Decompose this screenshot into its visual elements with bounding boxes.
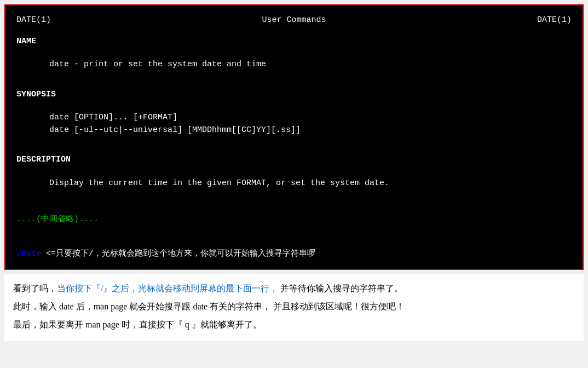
search-line: /date <=只要按下/，光标就会跑到这个地方来，你就可以开始输入搜寻字符串啰 (16, 248, 572, 261)
explanation-line2: 此时，输入 date 后，man page 就会开始搜寻跟 date 有关的字符… (13, 299, 575, 315)
search-hint: <=只要按下/，光标就会跑到这个地方来，你就可以开始输入搜寻字符串啰 (41, 249, 315, 258)
header-right: DATE(1) (537, 14, 572, 27)
name-section: NAME date - print or set the system date… (16, 36, 572, 71)
explanation-section: 看到了吗，当你按下『/』之后，光标就会移动到屏幕的最下面一行， 并等待你输入搜寻… (4, 274, 584, 341)
synopsis-section: SYNOPSIS date [OPTION]... [+FORMAT] date… (16, 89, 572, 137)
description-section: DESCRIPTION Display the current time in … (16, 154, 572, 189)
header-left: DATE(1) (16, 14, 51, 27)
line1-part2: 并等待你输入搜寻的字符串了。 (278, 284, 403, 293)
terminal-header: DATE(1) User Commands DATE(1) (16, 14, 572, 27)
explanation-line1: 看到了吗，当你按下『/』之后，光标就会移动到屏幕的最下面一行， 并等待你输入搜寻… (13, 281, 575, 297)
omission-line: ....(中间省略).... (16, 214, 572, 226)
description-content: Display the current time in the given FO… (16, 177, 572, 190)
header-center: User Commands (262, 14, 326, 27)
name-content: date - print or set the system date and … (16, 59, 572, 71)
line1-part1: 看到了吗， (13, 284, 57, 293)
line2-part1: 此时，输入 date 后，man page 就会开始搜寻跟 date 有关的字符… (13, 302, 271, 311)
explanation-line3: 最后，如果要离开 man page 时，直接按下『 q 』就能够离开了。 (13, 317, 575, 333)
synopsis-line2: date [-ul--utc|--universal] [MMDDhhmm[[C… (16, 124, 572, 137)
line1-highlight: 当你按下『/』之后，光标就会移动到屏幕的最下面一行， (57, 284, 278, 293)
terminal-window: DATE(1) User Commands DATE(1) NAME date … (4, 4, 584, 270)
line2-part2: 并且移动到该区域呢！很方便吧！ (271, 302, 405, 311)
description-title: DESCRIPTION (16, 154, 572, 166)
synopsis-line1: date [OPTION]... [+FORMAT] (16, 112, 572, 124)
synopsis-title: SYNOPSIS (16, 89, 572, 101)
name-title: NAME (16, 36, 572, 48)
search-prompt: /date (16, 249, 41, 258)
